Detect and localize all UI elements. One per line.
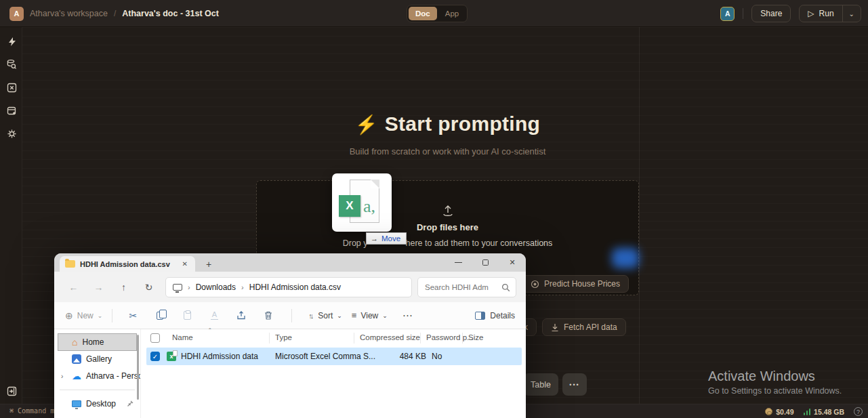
cut-icon[interactable]: ✂ bbox=[119, 310, 146, 321]
schedule-icon[interactable] bbox=[5, 104, 18, 117]
sort-button[interactable]: ↑↓ Sort ⌄ bbox=[308, 311, 342, 320]
share-icon[interactable] bbox=[228, 311, 255, 320]
send-button-glow[interactable] bbox=[612, 248, 639, 268]
nav-label: Atharva - Person bbox=[86, 371, 140, 381]
forward-icon[interactable]: → bbox=[86, 282, 111, 293]
refresh-icon[interactable]: ↻ bbox=[136, 282, 161, 293]
collapse-sidebar-icon[interactable] bbox=[5, 385, 18, 397]
lightning-icon: ⚡ bbox=[355, 114, 378, 135]
settings-icon[interactable] bbox=[5, 127, 18, 140]
workspace-link[interactable]: Atharva's workspace bbox=[30, 9, 108, 18]
delete-icon[interactable] bbox=[255, 311, 282, 320]
tab-title: HDHI Admission data.csv bbox=[80, 260, 175, 268]
view-button[interactable]: ≡ View ⌄ bbox=[352, 310, 388, 320]
table-view-button[interactable]: Table bbox=[523, 373, 558, 396]
new-button[interactable]: ⊕ New ⌄ bbox=[65, 310, 102, 321]
gallery-icon bbox=[72, 354, 81, 364]
user-avatar[interactable]: A bbox=[720, 7, 735, 21]
column-separator[interactable] bbox=[269, 333, 270, 343]
fetch-api-data-button[interactable]: Fetch API data bbox=[542, 318, 626, 336]
dragged-file-thumbnail[interactable]: X a, bbox=[332, 173, 392, 232]
row-checkbox-checked[interactable]: ✓ bbox=[150, 352, 160, 361]
paste-icon[interactable] bbox=[173, 311, 201, 320]
sidebar-item-home[interactable]: ⌂ Home bbox=[58, 334, 136, 350]
copy-icon[interactable] bbox=[146, 312, 173, 320]
column-separator[interactable] bbox=[462, 333, 463, 343]
rename-icon[interactable]: A bbox=[201, 311, 228, 320]
column-header-type[interactable]: Type bbox=[275, 333, 292, 341]
variable-icon[interactable] bbox=[5, 81, 18, 93]
select-all-checkbox[interactable] bbox=[150, 333, 160, 343]
explorer-tab[interactable]: HDHI Admission data.csv ✕ bbox=[60, 256, 195, 272]
run-button-group: ▷ Run ⌄ bbox=[799, 5, 861, 22]
table-row-selected[interactable]: ✓ x HDHI Admission data Microsoft Excel … bbox=[146, 348, 522, 365]
column-header-size[interactable]: Size bbox=[468, 333, 483, 341]
activate-windows-title: Activate Windows bbox=[708, 369, 815, 384]
sort-arrows-icon: ↑↓ bbox=[308, 312, 314, 320]
search-input[interactable] bbox=[418, 278, 498, 297]
expander-icon[interactable]: › bbox=[61, 373, 63, 380]
column-header-password[interactable]: Password p... bbox=[426, 333, 474, 341]
minimize-button[interactable] bbox=[445, 253, 472, 272]
run-button[interactable]: ▷ Run bbox=[800, 5, 842, 22]
data-search-icon[interactable] bbox=[5, 58, 18, 70]
upload-icon bbox=[440, 204, 455, 217]
chevron-right-icon: › bbox=[188, 283, 190, 291]
details-button[interactable]: Details bbox=[475, 311, 515, 320]
view-list-icon: ≡ bbox=[352, 310, 357, 320]
tab-close-icon[interactable]: ✕ bbox=[180, 260, 190, 268]
drop-line-suffix: here to add them to your conversations bbox=[406, 238, 553, 248]
search-icon bbox=[501, 283, 510, 292]
share-button[interactable]: Share bbox=[751, 5, 791, 22]
column-separator[interactable] bbox=[420, 333, 421, 343]
sort-ascending-icon: ˆ bbox=[209, 327, 211, 335]
nav-scrollbar[interactable] bbox=[137, 335, 139, 400]
app-window: A Atharva's workspace / Atharva's doc - … bbox=[0, 0, 868, 418]
tab-doc[interactable]: Doc bbox=[409, 7, 437, 20]
more-options-button[interactable]: ••• bbox=[562, 373, 587, 396]
sort-label: Sort bbox=[318, 311, 333, 320]
help-icon[interactable]: ? bbox=[854, 407, 863, 416]
file-list: Name ˆ Type Compressed size Password p..… bbox=[140, 329, 526, 418]
workspace-avatar[interactable]: A bbox=[9, 7, 24, 21]
run-options-button[interactable]: ⌄ bbox=[842, 5, 861, 22]
plus-circle-icon: ⊕ bbox=[65, 310, 73, 321]
maximize-button[interactable] bbox=[472, 253, 499, 272]
new-tab-button[interactable]: + bbox=[206, 256, 211, 272]
more-commands-button[interactable]: ⋯ bbox=[402, 310, 413, 322]
predict-label: Predict House Prices bbox=[544, 279, 620, 289]
doc-app-toggle: Doc App bbox=[407, 5, 468, 22]
tab-app[interactable]: App bbox=[438, 7, 466, 20]
column-header-name[interactable]: Name bbox=[172, 333, 193, 341]
topbar: A Atharva's workspace / Atharva's doc - … bbox=[0, 0, 868, 27]
drag-move-tooltip: → Move bbox=[366, 232, 407, 245]
sidebar-item-onedrive[interactable]: › ☁ Atharva - Person bbox=[54, 368, 140, 384]
column-header-compressed-size[interactable]: Compressed size bbox=[360, 333, 420, 341]
breadcrumb-current-folder[interactable]: HDHI Admission data.csv bbox=[249, 283, 341, 292]
status-stats: $0.49 15.48 GB ? bbox=[765, 404, 863, 418]
predict-house-prices-button[interactable]: Predict House Prices bbox=[522, 275, 629, 293]
sidebar-item-desktop[interactable]: Desktop bbox=[54, 396, 140, 412]
file-name: HDHI Admission data bbox=[181, 352, 258, 361]
sidebar-item-gallery[interactable]: Gallery bbox=[54, 351, 140, 367]
back-icon[interactable]: ← bbox=[61, 282, 86, 293]
file-compressed-size: 484 KB bbox=[365, 352, 426, 361]
coin-icon bbox=[765, 408, 772, 415]
hero-heading: ⚡Start prompting bbox=[256, 112, 639, 135]
close-button[interactable]: ✕ bbox=[499, 253, 526, 272]
table-label: Table bbox=[531, 380, 551, 390]
hero-title-text: Start prompting bbox=[385, 112, 541, 135]
hero-subtitle: Build from scratch or work with your AI … bbox=[256, 146, 639, 156]
up-icon[interactable]: ↑ bbox=[111, 282, 136, 293]
chevron-down-icon: ⌄ bbox=[337, 312, 342, 319]
move-label: Move bbox=[381, 234, 400, 243]
flash-icon[interactable] bbox=[5, 35, 18, 47]
chevron-down-icon: ⌄ bbox=[849, 10, 854, 18]
explorer-body: ⌂ Home Gallery › ☁ Atharva - Person Desk… bbox=[54, 329, 526, 418]
file-type: Microsoft Excel Comma S... bbox=[275, 352, 375, 361]
breadcrumb-downloads[interactable]: Downloads bbox=[196, 283, 236, 292]
address-bar[interactable]: › Downloads › HDHI Admission data.csv bbox=[165, 277, 412, 297]
column-separator[interactable] bbox=[354, 333, 354, 343]
fetch-icon bbox=[551, 323, 559, 332]
predict-icon bbox=[531, 280, 539, 289]
